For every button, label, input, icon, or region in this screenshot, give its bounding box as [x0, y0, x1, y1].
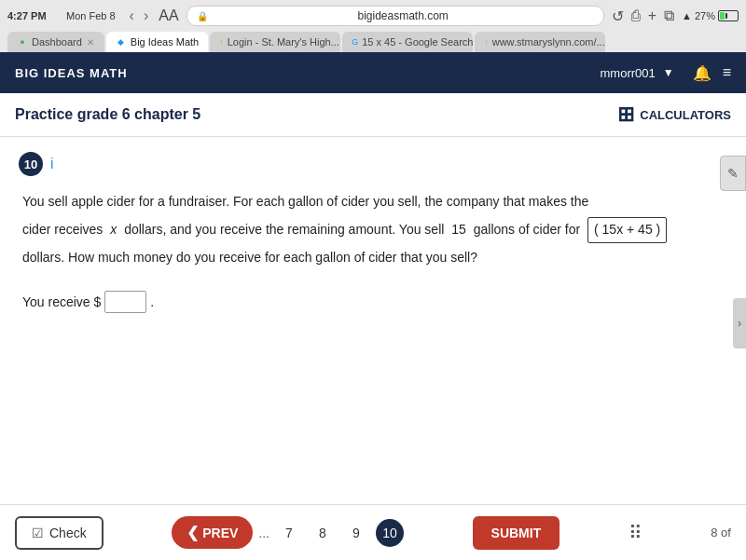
page-8-button[interactable]: 8 — [309, 519, 337, 547]
tab-label: Big Ideas Math — [131, 36, 199, 48]
page-header: Practice grade 6 chapter 5 ⊞ CALCULATORS — [0, 93, 746, 137]
notification-button[interactable]: 🔔 — [693, 64, 711, 82]
problem-expression: ( 15x + 45 ) — [587, 217, 667, 243]
question-header: 10 i — [19, 152, 727, 176]
battery-icon — [718, 10, 739, 21]
prev-button[interactable]: ❮ PREV — [172, 516, 253, 549]
problem-variable: x — [110, 222, 117, 237]
app-logo: BIG IDEAS MATH — [15, 66, 601, 80]
annotation-icon: ✎ — [727, 166, 739, 181]
stmarys-favicon: ↑ — [219, 36, 224, 48]
tabs-button[interactable]: ⧉ — [664, 7, 674, 24]
page-10-button[interactable]: 10 — [376, 519, 404, 547]
main-content: 10 i ✎ You sell apple cider for a fundra… — [0, 137, 746, 510]
browser-date: Mon Feb 8 — [66, 10, 116, 21]
wifi-icon: ▲ — [682, 10, 692, 21]
answer-area: You receive $ . — [19, 291, 727, 313]
reload-button[interactable]: ↺ — [612, 7, 624, 25]
page-title: Practice grade 6 chapter 5 — [15, 106, 200, 123]
browser-time: 4:27 PM — [7, 10, 59, 21]
username: mmorr001 — [601, 66, 656, 80]
page-count: 8 of — [711, 526, 731, 540]
reader-mode-button[interactable]: AA — [159, 7, 178, 24]
battery-area: ▲ 27% — [682, 10, 739, 21]
browser-nav: ‹ › — [127, 7, 152, 24]
page-9-button[interactable]: 9 — [342, 519, 370, 547]
browser-tabs: ● Dashboard ✕ ◆ Big Ideas Math ↑ Login -… — [7, 32, 739, 52]
page-7-button[interactable]: 7 — [275, 519, 303, 547]
prev-chevron-icon: ❮ — [186, 524, 199, 541]
back-button[interactable]: ‹ — [127, 7, 137, 24]
google-favicon: G — [352, 36, 358, 48]
dashboard-favicon: ● — [17, 36, 28, 48]
pagination: ❮ PREV ... 7 8 9 10 — [172, 516, 404, 549]
battery-percent: 27% — [695, 10, 715, 21]
app-header: BIG IDEAS MATH mmorr001 ▼ 🔔 ≡ — [0, 52, 746, 93]
user-menu[interactable]: mmorr001 ▼ — [601, 66, 674, 80]
tab-label: Dashboard — [32, 36, 82, 48]
check-button[interactable]: ☑ Check — [15, 516, 104, 550]
problem-text: You sell apple cider for a fundraiser. F… — [19, 191, 727, 268]
tab-label: 15 x 45 - Google Search — [362, 36, 473, 48]
answer-prefix: You receive $ — [22, 294, 101, 309]
grid-button[interactable]: ⠿ — [629, 522, 642, 544]
tab-big-ideas-math[interactable]: ◆ Big Ideas Math — [106, 32, 208, 52]
url-bar[interactable]: 🔒 bigideasmath.com — [186, 6, 604, 26]
annotation-button[interactable]: ✎ — [720, 156, 746, 191]
calculators-label: CALCULATORS — [640, 108, 731, 122]
url-text: bigideasmath.com — [213, 9, 594, 22]
menu-button[interactable]: ≡ — [723, 64, 731, 81]
prev-label: PREV — [202, 526, 238, 540]
check-label: Check — [49, 526, 87, 540]
submit-button[interactable]: SUBMIT — [473, 516, 560, 550]
browser-chrome: 4:27 PM Mon Feb 8 ‹ › AA 🔒 bigideasmath.… — [0, 0, 746, 52]
problem-line1: You sell apple cider for a fundraiser. F… — [22, 194, 588, 209]
problem-line2-prefix: cider receives — [22, 222, 103, 237]
side-collapse-button[interactable]: › — [733, 298, 746, 348]
problem-line2-mid: dollars, and you receive the remaining a… — [124, 222, 444, 237]
lock-icon: 🔒 — [197, 11, 208, 21]
problem-line3: dollars. How much money do you receive f… — [22, 250, 477, 265]
tab-google-search[interactable]: G 15 x 45 - Google Search — [342, 32, 473, 52]
header-icons: 🔔 ≡ — [693, 64, 731, 82]
problem-line2-suffix: gallons of cider for — [474, 222, 580, 237]
bim-favicon: ◆ — [116, 36, 127, 48]
share-button[interactable]: ⎙ — [631, 7, 641, 24]
tab-stmaryslynn[interactable]: ↑ www.stmaryslynn.com/... — [475, 32, 605, 52]
info-icon[interactable]: i — [50, 156, 54, 172]
calculator-icon: ⊞ — [617, 102, 634, 127]
problem-number: 15 — [451, 222, 466, 237]
submit-label: SUBMIT — [491, 526, 542, 540]
tab-dashboard[interactable]: ● Dashboard ✕ — [7, 32, 104, 52]
check-icon: ☑ — [32, 526, 44, 540]
answer-suffix: . — [150, 294, 154, 309]
page-dots: ... — [258, 526, 269, 540]
new-tab-button[interactable]: + — [648, 7, 656, 24]
answer-input[interactable] — [104, 291, 146, 313]
tab-login-stmarys[interactable]: ↑ Login - St. Mary's High... — [210, 32, 340, 52]
user-dropdown-icon[interactable]: ▼ — [663, 66, 674, 79]
tab-label: Login - St. Mary's High... — [228, 36, 339, 48]
tab-label: www.stmaryslynn.com/... — [492, 36, 605, 48]
stmaryslynn-favicon: ↑ — [484, 36, 489, 48]
grid-icon: ⠿ — [629, 523, 642, 543]
bottom-nav: ☑ Check ❮ PREV ... 7 8 9 10 SUBMIT ⠿ 8 o… — [0, 504, 746, 560]
forward-button[interactable]: › — [141, 7, 151, 24]
collapse-icon: › — [738, 317, 741, 330]
question-number: 10 — [19, 152, 43, 176]
tab-close-dashboard[interactable]: ✕ — [86, 37, 95, 48]
calculators-button[interactable]: ⊞ CALCULATORS — [617, 102, 731, 127]
